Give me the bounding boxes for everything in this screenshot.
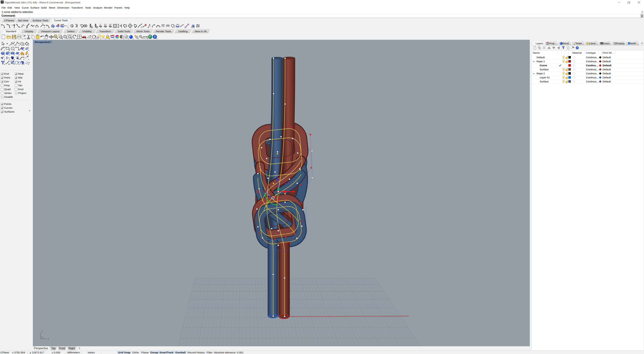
svg-text:Perspective: Perspective [35,41,49,44]
svg-text:FAIR: FAIR [109,24,112,25]
svg-text:DEG: DEG [104,24,106,25]
svg-text:2: 2 [23,24,24,25]
svg-text:0: 0 [22,24,22,26]
svg-text:RCP: RCP [600,43,603,44]
svg-text:FIT: FIT [100,24,102,25]
svg-text:z: z [42,330,43,333]
svg-text:?: ? [154,35,156,39]
svg-text:?: ? [576,47,578,49]
svg-text:x: x [48,337,49,340]
svg-text:y: y [42,335,43,338]
svg-text:6: 6 [3,1,4,2]
